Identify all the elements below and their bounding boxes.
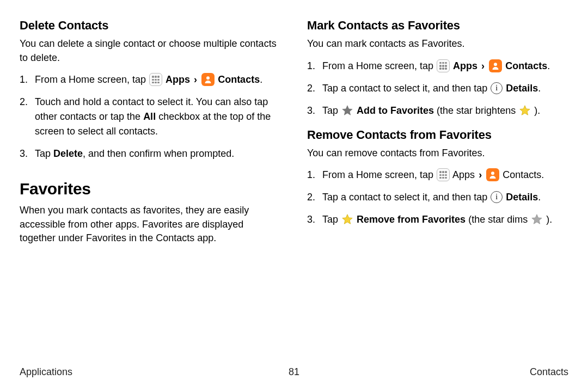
- lead-favorites: When you mark contacts as favorites, the…: [20, 204, 281, 246]
- svg-marker-3: [520, 106, 530, 115]
- lead-mark-favorites: You can mark contacts as Favorites.: [307, 37, 568, 51]
- chevron-right-icon: ›: [193, 74, 198, 85]
- lead-delete-contacts: You can delete a single contact or choos…: [20, 37, 281, 65]
- apps-icon: [149, 73, 162, 86]
- period: .: [538, 83, 541, 94]
- contacts-label: Contacts: [505, 60, 547, 71]
- text: ).: [546, 214, 552, 225]
- text: ).: [534, 105, 540, 116]
- footer-left: Applications: [20, 366, 72, 378]
- page-columns: Delete Contacts You can delete a single …: [20, 19, 568, 253]
- heading-favorites: Favorites: [20, 180, 281, 198]
- lead-remove-favorites: You can remove contacts from Favorites.: [307, 146, 568, 161]
- apps-icon: [437, 59, 450, 72]
- svg-marker-2: [342, 106, 352, 115]
- left-column: Delete Contacts You can delete a single …: [20, 19, 281, 253]
- remove-from-favorites-label: Remove from Favorites: [357, 214, 465, 225]
- text: From a Home screen, tap: [322, 169, 436, 180]
- delete-label: Delete: [53, 148, 83, 159]
- details-label: Details: [506, 83, 538, 94]
- heading-remove-favorites: Remove Contacts from Favorites: [307, 128, 568, 142]
- text: Tap a contact to select it, and then tap: [322, 83, 490, 94]
- svg-point-0: [206, 77, 210, 80]
- text: (the star brightens: [437, 105, 518, 116]
- heading-delete-contacts: Delete Contacts: [20, 19, 281, 33]
- text: (the star dims: [468, 214, 530, 225]
- step: Tap a contact to select it, and then tap…: [307, 190, 568, 205]
- text: Tap a contact to select it, and then tap: [322, 192, 490, 203]
- info-icon: i: [491, 82, 503, 94]
- page-footer: Applications 81 Contacts: [20, 366, 568, 378]
- star-filled-icon: [519, 105, 531, 117]
- text: From a Home screen, tap: [322, 60, 436, 71]
- svg-marker-5: [342, 215, 352, 224]
- text: Tap: [35, 148, 53, 159]
- add-to-favorites-label: Add to Favorites: [357, 105, 434, 116]
- steps-mark: From a Home screen, tap Apps › Contacts.…: [307, 59, 568, 118]
- contacts-icon: [201, 73, 215, 86]
- right-column: Mark Contacts as Favorites You can mark …: [307, 19, 568, 253]
- svg-point-4: [491, 172, 494, 175]
- apps-label: Apps: [453, 60, 480, 71]
- step: Touch and hold a contact to select it. Y…: [20, 95, 281, 139]
- period: .: [538, 192, 541, 203]
- svg-point-1: [494, 63, 497, 66]
- text: From a Home screen, tap: [35, 74, 149, 85]
- step: From a Home screen, tap Apps › Contacts.: [307, 59, 568, 74]
- contacts-label: Contacts: [218, 74, 260, 85]
- text: Tap: [322, 105, 341, 116]
- text: Tap: [322, 214, 341, 225]
- star-filled-icon: [341, 213, 353, 225]
- apps-label: Apps: [452, 169, 477, 180]
- contacts-icon: [489, 59, 502, 72]
- step: Tap Add to Favorites (the star brightens…: [307, 103, 568, 118]
- apps-icon: [437, 168, 450, 181]
- step: Tap a contact to select it, and then tap…: [307, 81, 568, 96]
- star-outline-icon: [531, 213, 543, 225]
- step: From a Home screen, tap Apps › Contacts.: [307, 168, 568, 182]
- steps-remove: From a Home screen, tap Apps › Contacts.…: [307, 168, 568, 227]
- step: Tap Remove from Favorites (the star dims…: [307, 212, 568, 227]
- period: .: [547, 60, 550, 71]
- text: , and then confirm when prompted.: [83, 148, 234, 159]
- period: .: [541, 169, 544, 180]
- footer-page-number: 81: [289, 366, 299, 378]
- apps-label: Apps: [166, 74, 193, 85]
- details-label: Details: [506, 192, 538, 203]
- contacts-label: Contacts: [503, 169, 541, 180]
- heading-mark-favorites: Mark Contacts as Favorites: [307, 19, 568, 33]
- star-outline-icon: [341, 105, 353, 117]
- period: .: [260, 74, 262, 85]
- svg-marker-6: [532, 215, 542, 224]
- all-label: All: [143, 111, 156, 122]
- steps-delete: From a Home screen, tap Apps › Contacts.…: [20, 72, 281, 161]
- chevron-right-icon: ›: [477, 169, 483, 180]
- step: From a Home screen, tap Apps › Contacts.: [20, 72, 281, 87]
- footer-right: Contacts: [530, 366, 568, 378]
- step: Tap Delete, and then confirm when prompt…: [20, 146, 281, 161]
- contacts-icon: [486, 168, 499, 181]
- info-icon: i: [491, 191, 503, 203]
- chevron-right-icon: ›: [480, 60, 486, 71]
